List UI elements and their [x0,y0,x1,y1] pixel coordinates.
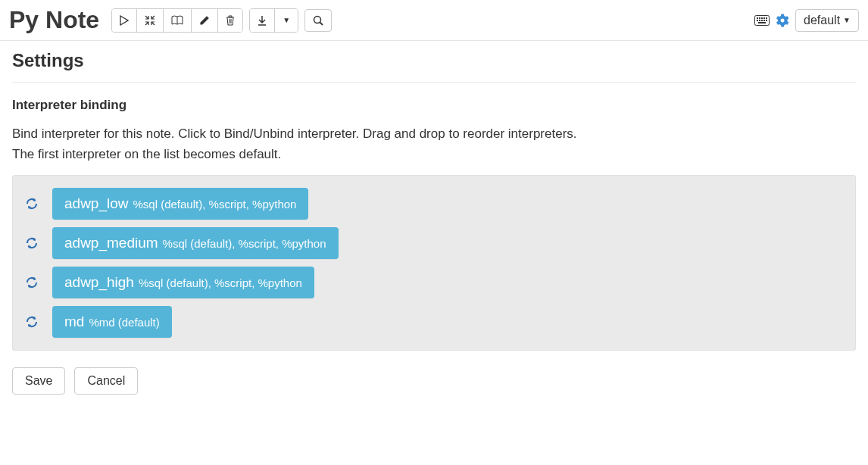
search-button[interactable] [304,9,332,32]
svg-rect-8 [766,17,767,19]
notebook-title: Py Note [9,6,99,34]
search-icon [313,15,323,26]
refresh-icon[interactable] [25,276,39,289]
svg-rect-9 [757,20,758,21]
svg-rect-13 [766,20,767,21]
export-dropdown-button[interactable]: ▼ [275,9,298,32]
refresh-icon[interactable] [25,197,39,211]
settings-gear-icon[interactable] [776,14,789,27]
settings-heading: Settings [12,50,856,83]
save-button[interactable]: Save [12,367,65,395]
book-icon [171,15,183,26]
interpreter-row: adwp_high %sql (default), %script, %pyth… [25,267,843,298]
caret-down-icon: ▼ [283,16,290,24]
svg-rect-12 [763,20,765,21]
interpreter-row: adwp_low %sql (default), %script, %pytho… [25,188,843,220]
refresh-icon[interactable] [25,236,39,250]
svg-marker-0 [120,16,128,25]
toolbar-group-export: ▼ [249,8,298,33]
caret-down-icon: ▼ [843,16,851,24]
svg-rect-11 [761,20,763,21]
svg-rect-10 [759,20,760,21]
interpreter-row: md %md (default) [25,306,843,338]
interpreter-binding-heading: Interpreter binding [12,98,856,113]
interpreter-pill-adwp-high[interactable]: adwp_high %sql (default), %script, %pyth… [52,267,314,298]
svg-point-1 [314,16,321,23]
action-button-row: Save Cancel [12,367,856,395]
interpreter-detail: %sql (default), %script, %python [133,198,297,211]
svg-rect-4 [757,17,758,19]
run-all-button[interactable] [112,9,137,32]
collapse-icon [145,15,155,26]
interpreter-detail: %sql (default), %script, %python [163,237,326,250]
svg-rect-5 [759,17,760,19]
view-mode-button[interactable] [164,9,192,32]
svg-rect-7 [763,17,765,19]
delete-button[interactable] [218,9,242,32]
interpreter-name: adwp_medium [64,235,158,251]
notebook-header: Py Note ▼ default [0,0,868,41]
keyboard-icon[interactable] [754,15,770,26]
instructions-line-1: Bind interpreter for this note. Click to… [12,126,577,141]
interpreter-name: md [64,314,84,330]
refresh-icon[interactable] [25,315,39,329]
export-button[interactable] [250,9,275,32]
trash-icon [226,15,235,26]
instructions-line-2: The first interpreter on the list become… [12,147,281,161]
interpreter-row: adwp_medium %sql (default), %script, %py… [25,227,843,259]
interpreter-binding-box: adwp_low %sql (default), %script, %pytho… [12,175,856,351]
default-dropdown-label: default [804,14,840,27]
interpreter-name: adwp_high [64,274,134,291]
cancel-button[interactable]: Cancel [74,367,138,395]
pencil-icon [199,15,210,26]
svg-line-2 [320,22,323,25]
instructions-text: Bind interpreter for this note. Click to… [12,123,856,164]
interpreter-pill-md[interactable]: md %md (default) [52,306,172,338]
toolbar-group-1 [111,8,243,33]
interpreter-pill-adwp-medium[interactable]: adwp_medium %sql (default), %script, %py… [52,227,339,259]
interpreter-default-dropdown[interactable]: default ▼ [795,9,859,32]
svg-rect-14 [758,22,766,23]
collapse-button[interactable] [137,9,164,32]
svg-rect-6 [761,17,763,19]
edit-button[interactable] [192,9,218,32]
interpreter-pill-adwp-low[interactable]: adwp_low %sql (default), %script, %pytho… [52,188,308,220]
play-icon [120,15,129,26]
interpreter-detail: %sql (default), %script, %python [139,276,302,289]
interpreter-name: adwp_low [64,195,129,212]
interpreter-detail: %md (default) [89,316,159,329]
settings-panel: Settings Interpreter binding Bind interp… [0,41,868,410]
download-icon [258,15,267,26]
